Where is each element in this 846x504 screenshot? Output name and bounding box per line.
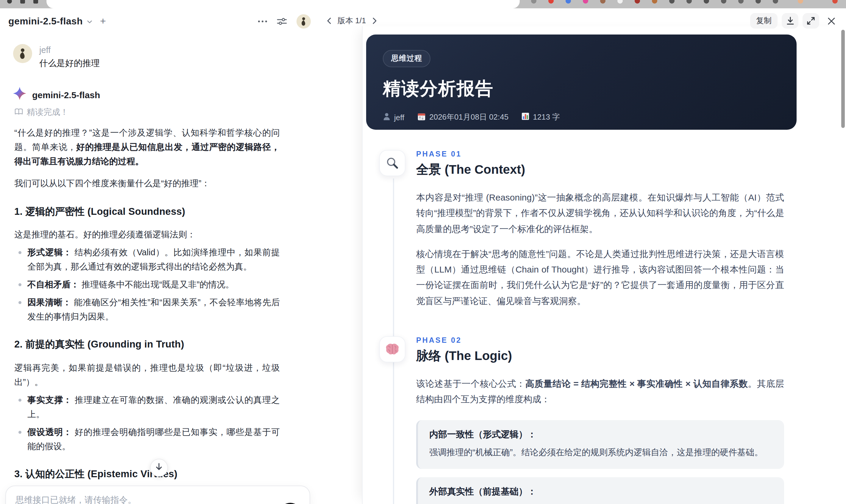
user-message-text: 什么是好的推理 (39, 58, 100, 69)
browser-back-icon[interactable] (7, 0, 12, 4)
chat-messages[interactable]: jeff 什么是好的推理 (0, 35, 319, 504)
extension-icon[interactable] (600, 0, 605, 4)
phase-title: 全景 (The Context) (416, 161, 784, 178)
user-avatar (13, 44, 32, 63)
extension-icon[interactable] (635, 0, 640, 4)
list-item: 形式逻辑： 结构必须有效（Valid）。比如演绎推理中，如果前提全部为真，那么通… (14, 245, 280, 274)
app-window: gemini-2.5-flash + (0, 8, 846, 504)
report-title: 精读分析报告 (383, 77, 780, 101)
extension-icon[interactable] (617, 0, 623, 4)
phase-body: 该论述基于一个核心公式：高质量结论 = 结构完整性 × 事实准确性 × 认知自律… (416, 376, 784, 407)
assistant-name: gemini-2.5-flash (32, 90, 100, 100)
paragraph: 本内容是对“推理 (Reasoning)”这一抽象概念的高层建模。在知识爆炸与人… (416, 190, 784, 237)
bullet-list: 事实支撑： 推理建立在可靠的数据、准确的观测或公认的真理之上。 假设透明： 好的… (14, 393, 280, 454)
extension-icon[interactable] (548, 0, 554, 4)
paragraph: 该论述基于一个核心公式：高质量结论 = 结构完整性 × 事实准确性 × 认知自律… (416, 376, 784, 407)
phase-2-section: PHASE 02 脉络 (The Logic) 该论述基于一个核心公式：高质量结… (416, 336, 784, 504)
assistant-status-text: 精读完成！ (27, 107, 69, 118)
section-lead: 这是推理的基石。好的推理必须遵循逻辑法则： (14, 227, 280, 241)
version-nav: 版本 1/1 (326, 16, 377, 26)
artifact-document[interactable]: 思维过程 精读分析报告 jeff 2 (362, 26, 846, 504)
scrollbar-thumb[interactable] (841, 30, 845, 128)
extension-icon[interactable] (721, 0, 726, 4)
extension-icon[interactable] (704, 0, 709, 4)
browser-tab-icon[interactable] (20, 0, 25, 4)
user-avatar[interactable] (297, 14, 311, 29)
open-book-icon (14, 108, 23, 118)
section-lead: 逻辑再完美，如果前提是错误的，推理也是垃圾（即“垃圾进，垃圾出”）。 (14, 360, 280, 389)
new-chat-button[interactable]: + (100, 16, 106, 28)
hero-badge: 思维过程 (383, 50, 430, 67)
expand-fullscreen-button[interactable] (803, 13, 819, 29)
more-options-icon[interactable] (258, 20, 267, 23)
magnifier-icon (379, 150, 405, 176)
extension-icon[interactable] (773, 0, 778, 4)
logic-box: 内部一致性（形式逻辑）： 强调推理的“机械正确”。结论必须在给定的规则系统内逻辑… (416, 420, 784, 469)
meta-date: 2026年01月08日 02:45 (417, 112, 508, 123)
extension-icon[interactable] (756, 0, 761, 4)
scroll-to-bottom-button[interactable] (150, 459, 168, 476)
download-button[interactable] (782, 13, 798, 29)
close-icon[interactable] (823, 17, 839, 25)
person-icon (383, 112, 391, 122)
user-name: jeff (39, 44, 100, 56)
section-heading: 3. 认知的公正性 (Epistemic Virtues) (14, 466, 280, 482)
list-item: 因果清晰： 能准确区分“相关性”和“因果关系”，不会轻率地将先后发生的事情归为因… (14, 295, 280, 324)
extension-icon[interactable] (686, 0, 692, 4)
extension-icon[interactable] (669, 0, 674, 4)
assistant-status: 精读完成！ (14, 107, 304, 118)
assistant-markdown: “什么是好的推理？”这是一个涉及逻辑学、认知科学和哲学核心的问题。简单来说，好的… (14, 126, 280, 504)
extension-icon[interactable] (738, 0, 744, 4)
bar-chart-icon (522, 112, 529, 122)
chevron-down-icon[interactable] (86, 18, 93, 25)
profile-avatar-icon[interactable] (798, 0, 803, 4)
paragraph: 核心情境在于解决“思考的随意性”问题。不论是人类通过批判性思维进行决策，还是大语… (416, 246, 784, 309)
phase-label: PHASE 01 (416, 150, 784, 158)
chevron-right-icon[interactable] (371, 17, 377, 24)
logic-boxes: 内部一致性（形式逻辑）： 强调推理的“机械正确”。结论必须在给定的规则系统内逻辑… (416, 420, 784, 504)
logic-box-text: 强调推理的“经验校准”。解决“GIGO（垃圾进，垃圾出）”问题，确保推理引擎运行… (429, 502, 773, 504)
logic-box: 外部真实性（前提基础）： 强调推理的“经验校准”。解决“GIGO（垃圾进，垃圾出… (416, 478, 784, 504)
section-heading: 2. 前提的真实性 (Grounding in Truth) (14, 337, 280, 353)
browser-menu-icon[interactable] (33, 0, 38, 4)
model-selector[interactable]: gemini-2.5-flash (8, 16, 83, 27)
list-item: 事实支撑： 推理建立在可靠的数据、准确的观测或公认的真理之上。 (14, 393, 280, 421)
report-meta: jeff 2026年01月08日 02:45 121 (383, 112, 780, 123)
extension-icon[interactable] (583, 0, 588, 4)
extension-icon[interactable] (832, 0, 838, 4)
list-item: 不自相矛盾： 推理链条中不能出现“既是又非”的情况。 (14, 277, 280, 292)
address-bar[interactable] (47, 0, 520, 8)
list-item: 假设透明： 好的推理会明确指明哪些是已知事实，哪些是基于可能的假设。 (14, 425, 280, 453)
meta-author: jeff (383, 112, 404, 122)
phase-1-section: PHASE 01 全景 (The Context) 本内容是对“推理 (Reas… (416, 150, 784, 309)
section-heading: 1. 逻辑的严密性 (Logical Soundness) (14, 203, 280, 220)
assistant-message: gemini-2.5-flash 精读完成！ “什么是好的推理？”这是一个涉及逻… (13, 87, 304, 504)
paragraph: “什么是好的推理？”这是一个涉及逻辑学、认知科学和哲学核心的问题。简单来说，好的… (14, 126, 280, 169)
logic-box-title: 内部一致性（形式逻辑）： (429, 429, 773, 440)
meta-word-count: 1213 字 (522, 112, 560, 123)
artifact-panel: 版本 1/1 复制 (319, 8, 846, 504)
calendar-icon (417, 112, 426, 122)
phase-label: PHASE 02 (416, 336, 784, 344)
report-hero-card: 思维过程 精读分析报告 jeff 2 (366, 35, 797, 130)
logic-box-text: 强调推理的“机械正确”。结论必须在给定的规则系统内逻辑自洽，这是推理的硬件基础。 (429, 445, 773, 460)
extension-icon[interactable] (531, 0, 536, 4)
phase-body: 本内容是对“推理 (Reasoning)”这一抽象概念的高层建模。在知识爆炸与人… (416, 190, 784, 309)
arrow-down-icon (155, 462, 163, 473)
brain-icon (379, 336, 405, 362)
message-input-card (5, 486, 310, 504)
chevron-left-icon[interactable] (326, 17, 332, 24)
screen: gemini-2.5-flash + (0, 0, 846, 504)
bullet-list: 形式逻辑： 结构必须有效（Valid）。比如演绎推理中，如果前提全部为真，那么通… (14, 245, 280, 324)
copy-button[interactable]: 复制 (750, 13, 777, 29)
chat-panel: gemini-2.5-flash + (0, 8, 319, 504)
gemini-star-icon (13, 87, 26, 103)
report-timeline: PHASE 01 全景 (The Context) 本内容是对“推理 (Reas… (366, 150, 784, 504)
chat-header: gemini-2.5-flash + (0, 8, 319, 35)
message-input[interactable] (16, 495, 289, 504)
extension-icon[interactable] (652, 0, 657, 4)
artifact-header: 版本 1/1 复制 (319, 8, 846, 33)
user-message: jeff 什么是好的推理 (13, 44, 304, 69)
settings-sliders-icon[interactable] (277, 17, 287, 25)
extension-icon[interactable] (566, 0, 571, 4)
